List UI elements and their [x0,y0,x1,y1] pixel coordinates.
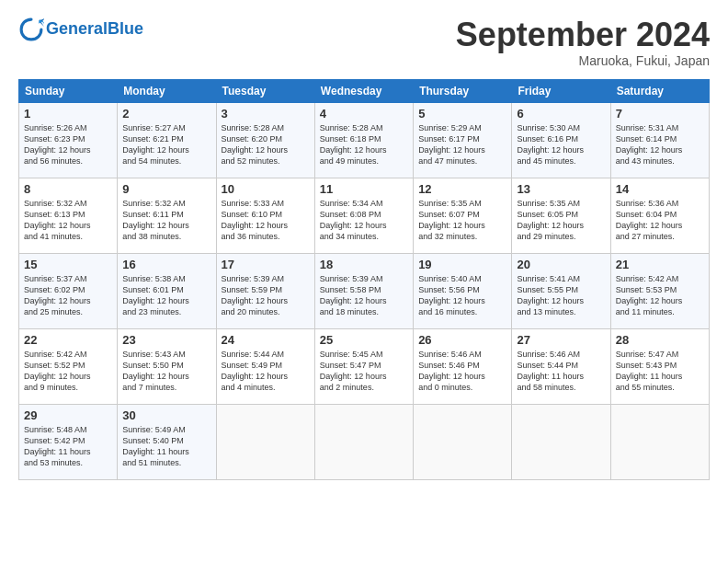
day-number: 9 [122,182,210,196]
day-number: 6 [517,107,605,121]
day-number: 13 [517,182,605,196]
calendar-cell: 3Sunrise: 5:28 AM Sunset: 6:20 PM Daylig… [216,102,314,178]
day-number: 11 [320,182,408,196]
day-number: 18 [320,258,408,271]
day-number: 26 [418,333,506,347]
day-number: 22 [24,333,112,347]
logo-text: GeneralBlue [46,20,143,39]
cell-info: Sunrise: 5:37 AM Sunset: 6:02 PM Dayligh… [24,273,112,318]
day-number: 2 [122,107,210,121]
calendar-cell: 7Sunrise: 5:31 AM Sunset: 6:14 PM Daylig… [610,102,709,178]
day-header-wednesday: Wednesday [314,79,413,102]
calendar-table: SundayMondayTuesdayWednesdayThursdayFrid… [18,79,710,480]
calendar-cell: 9Sunrise: 5:32 AM Sunset: 6:11 PM Daylig… [118,178,216,253]
calendar-cell: 22Sunrise: 5:42 AM Sunset: 5:52 PM Dayli… [19,328,118,404]
logo-icon [18,17,44,42]
calendar-cell [414,404,512,479]
calendar-cell: 13Sunrise: 5:35 AM Sunset: 6:05 PM Dayli… [512,178,610,253]
cell-info: Sunrise: 5:40 AM Sunset: 5:56 PM Dayligh… [418,273,506,318]
calendar-header-row: SundayMondayTuesdayWednesdayThursdayFrid… [19,79,710,102]
cell-info: Sunrise: 5:41 AM Sunset: 5:55 PM Dayligh… [517,273,605,318]
calendar-cell: 21Sunrise: 5:42 AM Sunset: 5:53 PM Dayli… [610,253,709,328]
day-number: 29 [24,408,112,422]
cell-info: Sunrise: 5:35 AM Sunset: 6:05 PM Dayligh… [517,198,605,243]
day-number: 30 [122,408,210,422]
calendar-cell: 1Sunrise: 5:26 AM Sunset: 6:23 PM Daylig… [19,102,118,178]
day-number: 28 [616,333,704,347]
cell-info: Sunrise: 5:27 AM Sunset: 6:21 PM Dayligh… [122,122,210,167]
day-number: 17 [222,258,310,271]
calendar-cell [314,404,413,479]
calendar-cell: 16Sunrise: 5:38 AM Sunset: 6:01 PM Dayli… [118,253,216,328]
calendar-cell: 20Sunrise: 5:41 AM Sunset: 5:55 PM Dayli… [512,253,610,328]
calendar-cell: 23Sunrise: 5:43 AM Sunset: 5:50 PM Dayli… [118,328,216,404]
calendar-cell: 6Sunrise: 5:30 AM Sunset: 6:16 PM Daylig… [512,102,610,178]
cell-info: Sunrise: 5:26 AM Sunset: 6:23 PM Dayligh… [24,122,112,167]
day-number: 10 [222,182,310,196]
calendar-cell: 29Sunrise: 5:48 AM Sunset: 5:42 PM Dayli… [19,404,118,479]
cell-info: Sunrise: 5:39 AM Sunset: 5:59 PM Dayligh… [222,273,310,318]
cell-info: Sunrise: 5:46 AM Sunset: 5:46 PM Dayligh… [418,349,506,394]
cell-info: Sunrise: 5:32 AM Sunset: 6:11 PM Dayligh… [122,198,210,243]
calendar-cell [610,404,709,479]
cell-info: Sunrise: 5:46 AM Sunset: 5:44 PM Dayligh… [517,349,605,394]
month-title: September 2024 [456,17,710,53]
day-number: 15 [24,258,112,271]
cell-info: Sunrise: 5:32 AM Sunset: 6:13 PM Dayligh… [24,198,112,243]
day-number: 12 [418,182,506,196]
cell-info: Sunrise: 5:31 AM Sunset: 6:14 PM Dayligh… [616,122,704,167]
calendar-cell [216,404,314,479]
cell-info: Sunrise: 5:35 AM Sunset: 6:07 PM Dayligh… [418,198,506,243]
cell-info: Sunrise: 5:38 AM Sunset: 6:01 PM Dayligh… [122,273,210,318]
calendar-cell: 26Sunrise: 5:46 AM Sunset: 5:46 PM Dayli… [414,328,512,404]
header: GeneralBlue September 2024 Maruoka, Fuku… [18,17,710,68]
day-number: 27 [517,333,605,347]
calendar-cell: 17Sunrise: 5:39 AM Sunset: 5:59 PM Dayli… [216,253,314,328]
day-number: 23 [122,333,210,347]
calendar-cell: 12Sunrise: 5:35 AM Sunset: 6:07 PM Dayli… [414,178,512,253]
calendar-week-5: 29Sunrise: 5:48 AM Sunset: 5:42 PM Dayli… [19,404,710,479]
cell-info: Sunrise: 5:49 AM Sunset: 5:40 PM Dayligh… [122,424,210,469]
cell-info: Sunrise: 5:30 AM Sunset: 6:16 PM Dayligh… [517,122,605,167]
calendar-cell: 19Sunrise: 5:40 AM Sunset: 5:56 PM Dayli… [414,253,512,328]
calendar-cell: 30Sunrise: 5:49 AM Sunset: 5:40 PM Dayli… [118,404,216,479]
day-number: 1 [24,107,112,121]
cell-info: Sunrise: 5:45 AM Sunset: 5:47 PM Dayligh… [320,349,408,394]
day-number: 14 [616,182,704,196]
calendar-cell: 5Sunrise: 5:29 AM Sunset: 6:17 PM Daylig… [414,102,512,178]
calendar-cell: 27Sunrise: 5:46 AM Sunset: 5:44 PM Dayli… [512,328,610,404]
calendar-cell: 14Sunrise: 5:36 AM Sunset: 6:04 PM Dayli… [610,178,709,253]
title-block: September 2024 Maruoka, Fukui, Japan [456,17,710,68]
day-number: 16 [122,258,210,271]
day-header-thursday: Thursday [414,79,512,102]
cell-info: Sunrise: 5:47 AM Sunset: 5:43 PM Dayligh… [616,349,704,394]
calendar-cell: 28Sunrise: 5:47 AM Sunset: 5:43 PM Dayli… [610,328,709,404]
calendar-cell: 10Sunrise: 5:33 AM Sunset: 6:10 PM Dayli… [216,178,314,253]
cell-info: Sunrise: 5:43 AM Sunset: 5:50 PM Dayligh… [122,349,210,394]
cell-info: Sunrise: 5:28 AM Sunset: 6:18 PM Dayligh… [320,122,408,167]
day-number: 5 [418,107,506,121]
day-header-friday: Friday [512,79,610,102]
calendar-cell: 18Sunrise: 5:39 AM Sunset: 5:58 PM Dayli… [314,253,413,328]
day-number: 3 [222,107,310,121]
day-number: 8 [24,182,112,196]
calendar-cell: 25Sunrise: 5:45 AM Sunset: 5:47 PM Dayli… [314,328,413,404]
day-number: 21 [616,258,704,271]
day-number: 25 [320,333,408,347]
day-number: 4 [320,107,408,121]
cell-info: Sunrise: 5:42 AM Sunset: 5:53 PM Dayligh… [616,273,704,318]
calendar-cell: 4Sunrise: 5:28 AM Sunset: 6:18 PM Daylig… [314,102,413,178]
cell-info: Sunrise: 5:34 AM Sunset: 6:08 PM Dayligh… [320,198,408,243]
calendar-cell: 2Sunrise: 5:27 AM Sunset: 6:21 PM Daylig… [118,102,216,178]
day-number: 7 [616,107,704,121]
calendar-week-2: 8Sunrise: 5:32 AM Sunset: 6:13 PM Daylig… [19,178,710,253]
day-number: 19 [418,258,506,271]
day-header-saturday: Saturday [610,79,709,102]
cell-info: Sunrise: 5:44 AM Sunset: 5:49 PM Dayligh… [222,349,310,394]
calendar-week-4: 22Sunrise: 5:42 AM Sunset: 5:52 PM Dayli… [19,328,710,404]
calendar-week-3: 15Sunrise: 5:37 AM Sunset: 6:02 PM Dayli… [19,253,710,328]
day-number: 20 [517,258,605,271]
day-header-tuesday: Tuesday [216,79,314,102]
logo: GeneralBlue [18,17,143,42]
calendar-cell: 11Sunrise: 5:34 AM Sunset: 6:08 PM Dayli… [314,178,413,253]
